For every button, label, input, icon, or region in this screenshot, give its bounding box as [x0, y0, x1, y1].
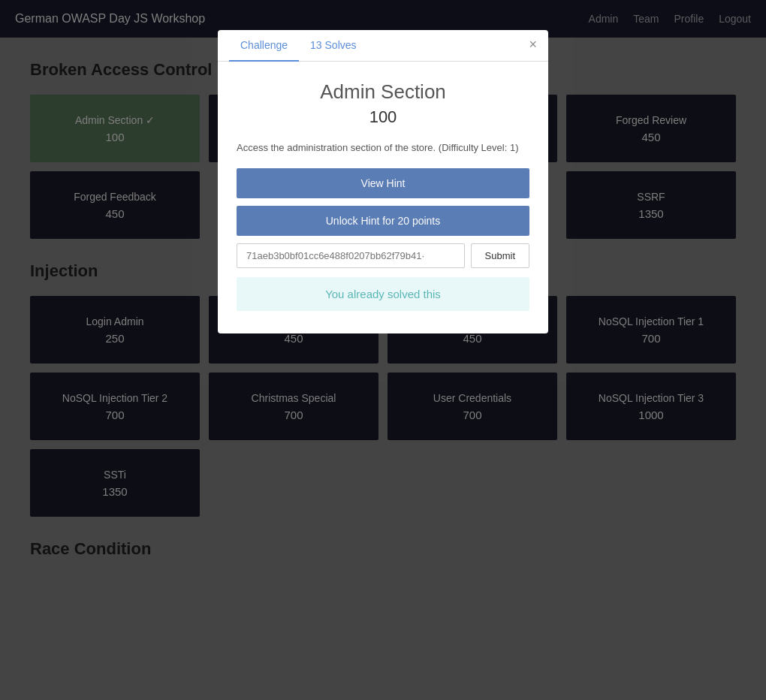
already-solved-banner: You already solved this	[237, 277, 529, 311]
modal-description: Access the administration section of the…	[237, 142, 529, 153]
tab-solves[interactable]: 13 Solves	[299, 30, 367, 62]
modal-overlay[interactable]: Challenge 13 Solves × Admin Section 100 …	[0, 0, 766, 700]
view-hint-button[interactable]: View Hint	[237, 168, 529, 198]
modal-close-button[interactable]: ×	[529, 38, 537, 51]
modal-tabs: Challenge 13 Solves ×	[218, 30, 548, 62]
submit-flag-button[interactable]: Submit	[471, 243, 529, 268]
flag-input[interactable]	[237, 243, 465, 268]
unlock-hint-button[interactable]: Unlock Hint for 20 points	[237, 206, 529, 236]
modal-challenge-title: Admin Section	[237, 80, 529, 104]
tab-challenge[interactable]: Challenge	[229, 30, 299, 62]
modal-body: Admin Section 100 Access the administrat…	[218, 62, 548, 333]
challenge-modal: Challenge 13 Solves × Admin Section 100 …	[218, 30, 548, 333]
modal-challenge-points: 100	[237, 107, 529, 127]
modal-input-row: Submit	[237, 243, 529, 268]
